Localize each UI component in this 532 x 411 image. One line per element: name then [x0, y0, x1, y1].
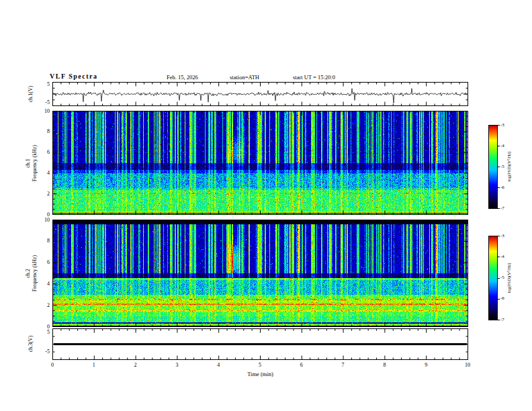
ch1-spectrogram — [52, 111, 468, 215]
tick-label: -6 — [500, 185, 511, 191]
tick-label: 4 — [34, 281, 50, 287]
tick-label: 6 — [297, 362, 306, 368]
ch3-waveform-plot — [52, 328, 468, 360]
colorbar-tick — [498, 278, 500, 279]
tick-label: 2 — [34, 302, 50, 308]
ch1-channel-label: ch.1 — [25, 145, 32, 181]
tick-label: -5 — [34, 349, 50, 355]
ch1-voltage-axis-label: ch.1(V) — [28, 86, 34, 103]
tick-label: -6 — [500, 295, 511, 302]
colorbar-tick — [498, 320, 500, 320]
ch1-waveform-plot — [52, 82, 468, 106]
colorbar-ch1 — [488, 125, 498, 209]
header-date: Feb. 15, 2026 — [167, 74, 198, 81]
header-start-ut: start UT = 15:20:0 — [293, 74, 335, 81]
tick-label: 9 — [421, 362, 431, 368]
tick-label: 0 — [48, 362, 57, 368]
colorbar-tick — [498, 146, 500, 146]
tick-label: 2 — [131, 362, 140, 368]
tick-label: 7 — [339, 362, 348, 368]
tick-label: -5 — [34, 99, 50, 105]
tick-label: -5 — [500, 164, 511, 170]
colorbar-tick — [498, 257, 500, 257]
ch2-spectrogram — [52, 220, 468, 327]
tick-label: 6 — [34, 259, 50, 265]
time-axis-label: Time (min) — [52, 371, 468, 377]
tick-label: 4 — [34, 170, 50, 176]
ch3-voltage-axis-label: ch.3(V) — [28, 336, 34, 353]
tick-label: 8 — [34, 238, 50, 244]
tick-label: 3 — [172, 362, 181, 368]
tick-label: 10 — [34, 108, 50, 114]
colorbar-tick — [498, 236, 500, 236]
tick-label: -7 — [500, 317, 511, 323]
tick-label: 4 — [214, 362, 223, 368]
figure-title: VLF Spectra — [50, 73, 97, 80]
tick-label: 8 — [380, 362, 389, 368]
colorbar-tick — [498, 208, 500, 209]
tick-label: -7 — [500, 205, 511, 212]
tick-label: 1 — [89, 362, 99, 368]
colorbar-tick — [498, 187, 500, 188]
colorbar-ch2 — [488, 236, 498, 320]
header-station: station=ATH — [230, 74, 259, 81]
tick-label: -4 — [500, 254, 511, 260]
tick-label: -3 — [500, 233, 511, 239]
colorbar-tick — [498, 167, 500, 167]
tick-label: -3 — [500, 122, 511, 128]
tick-label: 10 — [463, 362, 472, 368]
vlf-spectra-figure: VLF Spectra Feb. 15, 2026 station=ATH st… — [0, 0, 532, 411]
tick-label: 5 — [34, 329, 50, 335]
colorbar-tick — [498, 299, 500, 300]
tick-label: -4 — [500, 143, 511, 149]
tick-label: -5 — [500, 275, 511, 281]
tick-label: 2 — [34, 191, 50, 197]
tick-label: 5 — [34, 81, 50, 87]
tick-label: 5 — [255, 362, 265, 368]
tick-label: 10 — [34, 217, 50, 223]
ch2-channel-label: ch.2 — [25, 255, 32, 291]
colorbar-tick — [498, 125, 500, 126]
tick-label: 6 — [34, 149, 50, 155]
tick-label: 8 — [34, 128, 50, 134]
